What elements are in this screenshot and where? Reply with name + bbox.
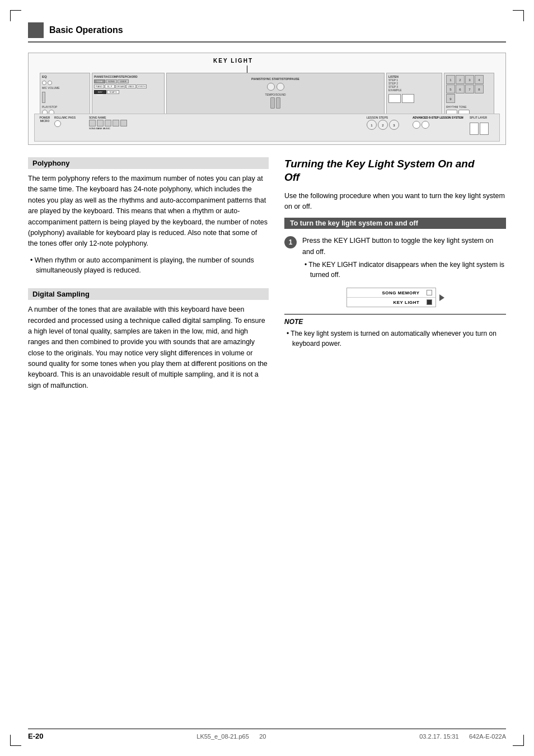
page-footer: E-20 LK55_e_08-21.p65 20 03.2.17. 15:31 … (28, 729, 506, 740)
footer-page-number: E-20 (28, 732, 43, 740)
keyboard-bottom-row: POWERMICRO ROLL/MIC PASS SONG NAME SONG … (34, 114, 500, 142)
footer-file-info: LK55_e_08-21.p65 20 (196, 733, 266, 740)
key-light-arrow (439, 294, 444, 301)
key-light-label-area: KEY LIGHT (29, 53, 505, 66)
song-key-diagram: SONG MEMORY KEY LIGHT (284, 288, 506, 307)
note-section: NOTE • The key light system is turned on… (284, 314, 506, 349)
song-memory-indicator (427, 290, 432, 295)
footer-right-info: 03.2.17. 15:31 642A-E-022A (419, 733, 506, 740)
procedure-box: To turn the key light system on and off (284, 218, 506, 229)
key-light-row-label: KEY LIGHT (350, 300, 420, 305)
left-column: Polyphony The term polyphony refers to t… (28, 157, 269, 397)
keyboard-diagram: KEY LIGHT EQ MIC VOLUME PLAY/STOP (28, 53, 506, 145)
step-1-row: 1 Press the KEY LIGHT button to toggle t… (284, 236, 506, 280)
digital-sampling-body: A number of the tones that are available… (28, 304, 269, 391)
key-light-row: KEY LIGHT (347, 298, 435, 307)
step-1-number: 1 (284, 236, 297, 248)
digital-sampling-heading: Digital Sampling (28, 288, 269, 300)
page-header: Basic Operations (28, 22, 506, 43)
polyphony-heading: Polyphony (28, 157, 269, 169)
song-memory-row: SONG MEMORY (347, 288, 435, 298)
song-key-box: SONG MEMORY KEY LIGHT (346, 288, 436, 307)
two-col-layout: Polyphony The term polyphony refers to t… (28, 157, 506, 397)
right-column: Turning the Key Light System On and Off … (284, 157, 506, 397)
key-light-label: KEY LIGHT (213, 58, 253, 64)
key-light-intro: Use the following procedure when you wan… (284, 191, 506, 213)
note-text: • The key light system is turned on auto… (284, 328, 506, 349)
polyphony-body: The term polyphony refers to the maximum… (28, 173, 269, 250)
note-label: NOTE (284, 318, 506, 326)
header-block-icon (28, 22, 44, 38)
step-1-content: Press the KEY LIGHT button to toggle the… (302, 236, 506, 280)
page-title: Basic Operations (49, 25, 123, 35)
key-light-indicator (427, 299, 432, 305)
song-memory-label: SONG MEMORY (350, 290, 420, 295)
step-1-sub-bullet: • The KEY LIGHT indicator disappears whe… (302, 260, 506, 280)
key-light-section-title: Turning the Key Light System On and Off (284, 157, 506, 184)
polyphony-bullet: • When rhythm or auto accompaniment is p… (28, 255, 269, 276)
